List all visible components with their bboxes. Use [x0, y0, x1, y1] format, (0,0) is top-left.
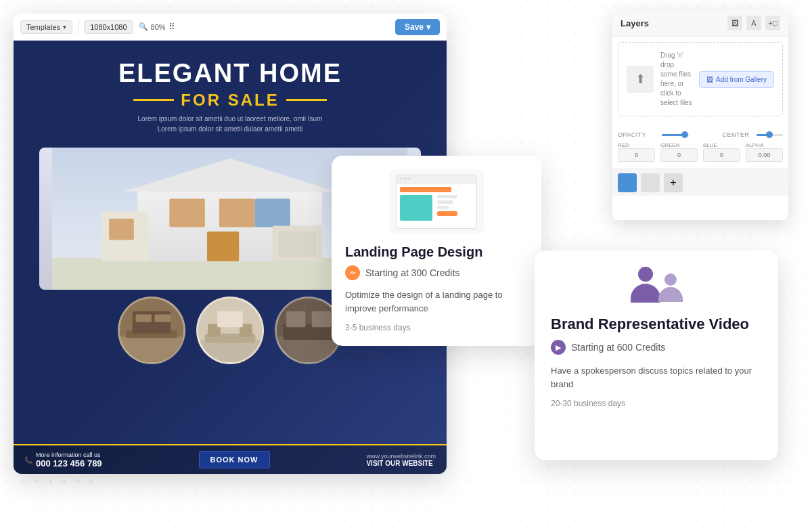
blue-label: BLUE [703, 142, 740, 148]
flyer-line-left [133, 99, 174, 101]
green-field[interactable]: 0 [660, 148, 698, 162]
landing-card-days: 3-5 business days [345, 323, 528, 332]
browser-dot-3 [407, 177, 410, 180]
svg-rect-11 [278, 232, 317, 257]
alpha-field[interactable]: 0.00 [746, 148, 783, 162]
landing-page-card: Landing Page Design ✏ Starting at 300 Cr… [332, 156, 541, 346]
blue-field[interactable]: 0 [703, 148, 740, 162]
svg-rect-25 [277, 336, 340, 362]
layers-icon-add[interactable]: +□ [765, 16, 780, 30]
drop-icon: ⬆ [627, 66, 654, 93]
landing-card-title: Landing Page Design [345, 244, 528, 260]
layers-panel-icons: 🖼 A +□ [727, 16, 780, 30]
red-input: RED 0 [618, 142, 655, 162]
save-button[interactable]: Save ▾ [395, 19, 440, 35]
svg-rect-23 [217, 311, 243, 328]
layers-icon-text[interactable]: A [746, 16, 761, 30]
center-slider-thumb [766, 131, 773, 138]
browser-orange-bar [400, 187, 451, 192]
flyer-line-right [286, 99, 327, 101]
browser-mockup [396, 175, 477, 229]
svg-rect-5 [219, 198, 255, 227]
brand-credits-text: Starting at 600 Credits [571, 342, 665, 353]
templates-button[interactable]: Templates ▾ [20, 20, 72, 34]
landing-card-credits: ✏ Starting at 300 Credits [345, 265, 528, 280]
templates-label: Templates [26, 23, 60, 31]
alpha-input: ALPHA 0.00 [746, 142, 783, 162]
landing-credits-icon: ✏ [345, 265, 360, 280]
brand-card-credits: ▶ Starting at 600 Credits [551, 340, 762, 355]
save-label: Save [405, 22, 424, 32]
svg-rect-13 [120, 336, 183, 362]
people-icon [628, 267, 685, 302]
green-input: GREEN 0 [660, 142, 698, 162]
browser-teal-block [400, 195, 432, 221]
flyer-title: ELEGANT HOME [27, 60, 433, 88]
red-field[interactable]: 0 [618, 148, 655, 162]
person-main-head [638, 267, 653, 282]
browser-line-2 [437, 200, 453, 204]
browser-line-1 [437, 195, 457, 198]
layers-drop-text: Drag 'n' drop some files here, or click … [660, 51, 692, 108]
zoom-label: 80% [151, 23, 166, 31]
brand-representative-card: Brand Representative Video ▶ Starting at… [535, 250, 778, 460]
opacity-label: OPACITY [618, 131, 655, 138]
svg-rect-27 [286, 311, 305, 328]
svg-rect-28 [312, 311, 331, 328]
search-icon: 🔍 [139, 22, 148, 31]
svg-rect-9 [110, 219, 135, 240]
browser-content [397, 183, 476, 224]
thumbnail-preview-2 [641, 173, 660, 192]
layers-thumbnail-row: + [612, 169, 788, 196]
grid-icon: ⠿ [168, 22, 175, 32]
add-gallery-button[interactable]: 🖼 Add from Gallery [699, 71, 774, 88]
flyer-forsale: FOR SALE [181, 91, 279, 110]
flyer-bottom: 📞 More information call us 000 123 456 7… [14, 444, 447, 474]
brand-card-title: Brand Representative Video [551, 315, 762, 333]
center-label: CENTER [719, 131, 750, 138]
landing-credits-text: Starting at 300 Credits [365, 267, 459, 278]
add-gallery-label: Add from Gallery [716, 76, 767, 83]
svg-rect-17 [155, 314, 171, 322]
brand-card-description: Have a spokesperson discuss topics relat… [551, 364, 762, 391]
opacity-slider[interactable] [662, 134, 689, 136]
brand-icon-area [551, 267, 762, 302]
browser-small-btn [437, 211, 457, 216]
layers-controls: OPACITY CENTER RED 0 GREEN 0 BLUE [612, 127, 788, 166]
flyer-contact-info: 📞 More information call us 000 123 456 7… [24, 452, 102, 468]
flyer-description: Lorem ipsum dolor sit ametii duo ut laor… [27, 114, 433, 134]
flyer-contact-label: More information call us [36, 452, 102, 458]
flyer-website-url: www.yourwebsitelink.com [366, 453, 436, 460]
person-secondary-icon [656, 273, 685, 302]
landing-page-mockup [389, 169, 484, 234]
center-slider[interactable] [757, 134, 784, 136]
thumbnail-preview-1 [618, 173, 637, 192]
layers-drop-area[interactable]: ⬆ Drag 'n' drop some files here, or clic… [618, 42, 783, 116]
landing-card-description: Optimize the design of a landing page to… [345, 288, 528, 315]
divider [78, 20, 78, 34]
flyer-header: ELEGANT HOME FOR SALE Lorem ipsum dolor … [14, 41, 447, 141]
templates-chevron-icon: ▾ [63, 24, 66, 30]
person-secondary-body [658, 287, 683, 302]
browser-dot-2 [403, 177, 406, 180]
layers-icon-image[interactable]: 🖼 [727, 16, 742, 30]
flyer-subtitle: FOR SALE [27, 91, 433, 110]
person-secondary-head [664, 273, 677, 286]
flyer-circle-kitchen [118, 297, 185, 364]
save-chevron-icon: ▾ [426, 22, 430, 32]
thumbnail-add-btn[interactable]: + [664, 173, 683, 192]
browser-bar [397, 175, 476, 183]
flyer-visit-label: VISIT OUR WEBSITE [366, 460, 436, 467]
editor-toolbar: Templates ▾ 1080x1080 🔍 80% ⠿ Save ▾ [14, 14, 447, 41]
red-label: RED [618, 142, 655, 148]
flyer-book-button[interactable]: BOOK NOW [199, 451, 270, 468]
zoom-control: 🔍 80% ⠿ [139, 22, 175, 32]
svg-rect-6 [255, 198, 291, 227]
gallery-icon: 🖼 [706, 76, 713, 83]
color-controls-row: RED 0 GREEN 0 BLUE 0 ALPHA 0.00 [618, 142, 783, 162]
layers-panel-title: Layers [621, 18, 649, 28]
layers-panel: Layers 🖼 A +□ ⬆ Drag 'n' drop some files… [612, 10, 788, 220]
green-label: GREEN [660, 142, 698, 148]
layers-panel-body: ⬆ Drag 'n' drop some files here, or clic… [612, 37, 788, 127]
opacity-slider-thumb [681, 131, 688, 138]
